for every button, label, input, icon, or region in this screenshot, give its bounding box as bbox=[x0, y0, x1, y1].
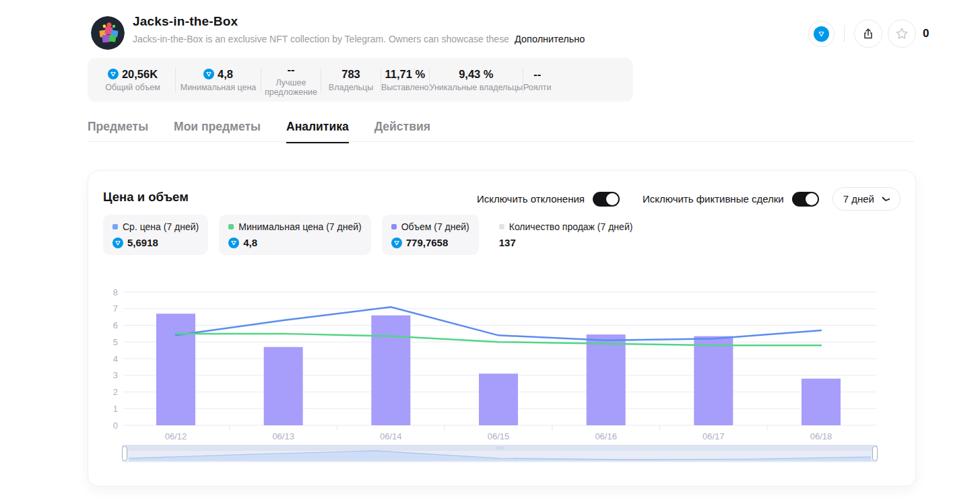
chevron-down-icon bbox=[882, 196, 890, 202]
avg-price-swatch bbox=[112, 224, 118, 229]
avg-price-line bbox=[176, 307, 821, 340]
tab-items[interactable]: Предметы bbox=[88, 120, 148, 143]
volume-bar bbox=[694, 336, 733, 425]
ton-diamond-icon bbox=[814, 26, 829, 42]
tab-actions[interactable]: Действия bbox=[374, 120, 430, 143]
slider-handle-right[interactable] bbox=[873, 447, 878, 461]
toggle-knob bbox=[606, 193, 618, 205]
min-price-swatch bbox=[228, 224, 234, 229]
period-dropdown-value: 7 дней bbox=[843, 193, 874, 205]
legend-volume[interactable]: Объем (7 дней) 779,7658 bbox=[382, 215, 479, 255]
collection-stats-bar: 20,56K Общий объем 4,8 Минимальная цена … bbox=[88, 58, 633, 102]
y-tick-label: 4 bbox=[113, 354, 118, 364]
exclude-wash-trades-toggle[interactable] bbox=[792, 192, 819, 207]
y-tick-label: 1 bbox=[113, 404, 118, 414]
y-tick-label: 2 bbox=[113, 387, 118, 397]
stat-floor-price: 4,8 Минимальная цена bbox=[176, 68, 261, 92]
slider-handle-left[interactable] bbox=[123, 447, 127, 461]
collection-description: Jacks-in-the-Box is an exclusive NFT col… bbox=[133, 34, 509, 44]
price-volume-chart-svg: 01234567806/1206/1306/1406/1506/1606/170… bbox=[103, 283, 884, 446]
period-dropdown[interactable]: 7 дней bbox=[832, 187, 901, 211]
ton-diamond-icon bbox=[203, 69, 214, 79]
stat-owners: 783 Владельцы bbox=[321, 68, 381, 92]
volume-bar bbox=[479, 373, 518, 425]
share-button[interactable] bbox=[854, 20, 882, 48]
ton-diamond-icon bbox=[228, 238, 239, 248]
volume-bar bbox=[587, 334, 626, 425]
y-tick-label: 0 bbox=[113, 421, 118, 431]
x-tick-label: 06/14 bbox=[380, 431, 402, 441]
exclude-wash-trades-label: Исключить фиктивные сделки bbox=[643, 193, 784, 205]
volume-bar bbox=[802, 379, 841, 425]
ton-diamond-icon bbox=[112, 238, 123, 248]
y-tick-label: 7 bbox=[113, 303, 118, 314]
toggle-knob bbox=[806, 193, 818, 205]
x-tick-label: 06/12 bbox=[165, 431, 187, 441]
y-tick-label: 5 bbox=[113, 337, 118, 347]
panel-title: Цена и объем bbox=[103, 190, 189, 205]
legend-avg-price[interactable]: Ср. цена (7 дней) 5,6918 bbox=[103, 215, 208, 255]
exclude-outliers-label: Исключить отклонения bbox=[477, 193, 585, 205]
ton-diamond-icon bbox=[391, 238, 402, 248]
volume-bar bbox=[371, 316, 410, 425]
stat-best-offer: -- Лучшее предложение bbox=[261, 63, 321, 97]
favorites-count: 0 bbox=[923, 27, 929, 40]
x-tick-label: 06/16 bbox=[595, 431, 617, 441]
volume-bar bbox=[264, 347, 303, 425]
stat-royalty: -- Роялти bbox=[523, 68, 552, 92]
stat-unique-owners: 9,43 % Уникальные владельцы bbox=[430, 68, 523, 92]
stat-listed: 11,71 % Выставлено bbox=[381, 68, 429, 92]
jack-in-the-box-avatar-image bbox=[91, 16, 125, 50]
y-tick-label: 3 bbox=[113, 370, 118, 380]
ton-diamond-icon bbox=[108, 69, 119, 79]
legend-sales-count[interactable]: Количество продаж (7 дней) 137 bbox=[490, 215, 643, 255]
more-link[interactable]: Дополнительно bbox=[515, 34, 585, 44]
price-volume-panel: Цена и объем Исключить отклонения Исключ… bbox=[88, 170, 916, 487]
collection-avatar bbox=[91, 16, 125, 50]
ton-currency-button[interactable] bbox=[808, 21, 835, 47]
favorite-button[interactable] bbox=[888, 20, 916, 48]
chart-legend: Ср. цена (7 дней) 5,6918 Минимальная цен… bbox=[103, 215, 642, 255]
x-tick-label: 06/18 bbox=[810, 431, 832, 441]
tab-my-items[interactable]: Мои предметы bbox=[174, 120, 261, 143]
x-tick-label: 06/17 bbox=[703, 431, 725, 441]
share-icon bbox=[861, 27, 875, 40]
range-slider-svg[interactable] bbox=[122, 444, 878, 464]
legend-min-price[interactable]: Минимальная цена (7 дней) 4,8 bbox=[219, 215, 370, 255]
star-icon bbox=[894, 26, 909, 41]
tab-bar: Предметы Мои предметы Аналитика Действия bbox=[88, 120, 430, 143]
header-divider bbox=[844, 25, 845, 42]
sales-count-swatch bbox=[499, 224, 504, 229]
y-tick-label: 8 bbox=[113, 287, 118, 297]
stat-total-volume: 20,56K Общий объем bbox=[90, 68, 175, 92]
x-tick-label: 06/15 bbox=[488, 431, 510, 441]
page-title: Jacks-in-the-Box bbox=[133, 14, 238, 29]
tabs-divider bbox=[88, 141, 914, 142]
volume-bar bbox=[156, 314, 195, 425]
tab-analytics[interactable]: Аналитика bbox=[286, 120, 349, 143]
exclude-outliers-toggle[interactable] bbox=[593, 192, 620, 207]
x-tick-label: 06/13 bbox=[272, 431, 294, 441]
y-tick-label: 6 bbox=[113, 320, 118, 330]
volume-swatch bbox=[391, 224, 397, 229]
